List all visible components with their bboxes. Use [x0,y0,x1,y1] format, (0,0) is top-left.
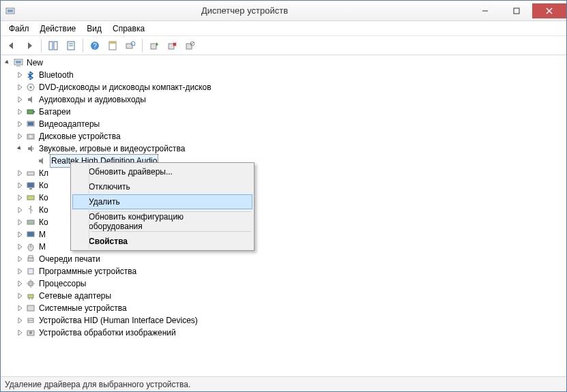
expand-icon[interactable] [16,108,24,116]
tree-label: New [27,57,43,69]
ctx-update-drivers[interactable]: Обновить драйверы... [72,164,252,179]
tree-item[interactable]: Очереди печати [3,253,566,265]
tree-root[interactable]: New [3,57,566,69]
update-driver-button[interactable] [146,37,162,54]
menu-view[interactable]: Вид [81,22,107,35]
minimize-button[interactable] [469,3,501,18]
ctx-disable[interactable]: Отключить [72,179,252,194]
app-icon [5,5,16,16]
tree-item[interactable]: Процессоры [3,277,566,290]
expand-icon[interactable] [16,280,24,288]
tree-label: Аудиовходы и аудиовыходы [39,93,146,106]
audio-io-icon [25,94,36,105]
tree-item[interactable]: Bluetooth [3,69,566,81]
forward-button[interactable] [21,37,38,54]
toolbar-separator [83,39,83,52]
tree-item[interactable]: DVD-дисководы и дисководы компакт-дисков [3,81,566,93]
svg-text:?: ? [93,42,97,50]
tree-label: Звуковые, игровые и видеоустройства [39,142,185,155]
svg-rect-26 [16,61,21,63]
computer-icon [13,57,24,68]
expand-icon[interactable] [16,169,24,177]
uninstall-button[interactable] [164,37,180,54]
tree-label: Ко [39,179,48,192]
svg-rect-48 [29,282,33,286]
expand-icon[interactable] [16,181,24,190]
svg-rect-42 [27,232,34,237]
network-icon [25,290,36,301]
expand-icon[interactable] [16,243,24,251]
properties-button[interactable] [104,37,121,54]
svg-rect-46 [29,256,33,258]
svg-rect-14 [109,42,116,44]
svg-rect-1 [8,10,13,12]
svg-rect-39 [27,196,34,200]
toolbar: ? [1,36,566,55]
display-adapter-icon [25,119,36,130]
expand-icon[interactable] [16,120,24,128]
expand-icon[interactable] [16,132,24,140]
menu-file[interactable]: Файл [3,22,35,35]
expand-icon[interactable] [16,83,24,91]
tree-label: Системные устройства [39,302,127,314]
tree-label: Очереди печати [39,253,100,265]
expand-icon[interactable] [16,95,24,104]
menu-action[interactable]: Действие [35,22,82,35]
expand-icon[interactable] [16,292,24,300]
controller-icon [25,192,36,203]
cpu-icon [25,278,36,289]
tree-label: Дисковые устройства [39,130,121,142]
tree-item[interactable]: Устройства HID (Human Interface Devices) [3,314,566,327]
expand-icon[interactable] [16,329,24,337]
help-button[interactable]: ? [87,37,103,54]
disable-button[interactable] [181,37,198,54]
tree-item[interactable]: Видеоадаптеры [3,118,566,130]
expand-icon[interactable] [16,255,24,263]
storage-controller-icon [25,217,36,228]
mouse-icon [25,241,36,252]
menu-help[interactable]: Справка [107,22,150,35]
expand-icon[interactable] [16,194,24,202]
context-menu-separator [91,231,251,232]
tree-label: Видеоадаптеры [39,118,100,130]
print-queue-icon [25,254,36,265]
scan-hardware-button[interactable] [122,37,139,54]
toolbar-separator [142,39,143,52]
close-button[interactable] [532,3,566,18]
svg-rect-3 [514,8,519,14]
back-button[interactable] [3,37,20,54]
expand-icon[interactable] [16,206,24,214]
maximize-button[interactable] [501,3,532,18]
expand-icon[interactable] [16,218,24,226]
bluetooth-icon [25,70,36,80]
tree-item[interactable]: Устройства обработки изображений [3,327,566,339]
tree-item[interactable]: Системные устройства [3,302,566,314]
tree-item[interactable]: Аудиовходы и аудиовыходы [3,93,566,106]
expand-icon[interactable] [16,71,24,79]
expand-icon[interactable] [16,316,24,325]
tree-item[interactable]: Батареи [3,106,566,118]
ctx-scan-hardware[interactable]: Обновить конфигурацию оборудования [72,214,252,229]
expand-icon[interactable] [16,304,24,312]
svg-rect-38 [29,188,32,190]
tree-label: Ко [39,192,48,204]
ctx-properties[interactable]: Свойства [72,234,252,249]
svg-rect-7 [54,42,57,50]
expand-icon[interactable] [16,230,24,239]
svg-rect-30 [27,110,33,114]
tree-item[interactable]: Дисковые устройства [3,130,566,142]
tree-item[interactable]: Программные устройства [3,265,566,277]
properties-page-button[interactable] [63,37,79,54]
ctx-uninstall[interactable]: Удалить [72,194,252,209]
svg-rect-47 [28,269,33,274]
show-hide-button[interactable] [45,37,61,54]
svg-point-40 [30,206,31,207]
tree-label: Ко [39,216,48,228]
statusbar: Удаление драйвера для выбранного устройс… [1,376,566,391]
expand-icon[interactable] [16,267,24,275]
collapse-icon[interactable] [3,59,12,67]
tree-item[interactable]: Сетевые адаптеры [3,290,566,302]
tree-item-expanded[interactable]: Звуковые, игровые и видеоустройства [3,142,566,155]
collapse-icon[interactable] [16,145,24,153]
tree-label: Ко [39,204,48,216]
